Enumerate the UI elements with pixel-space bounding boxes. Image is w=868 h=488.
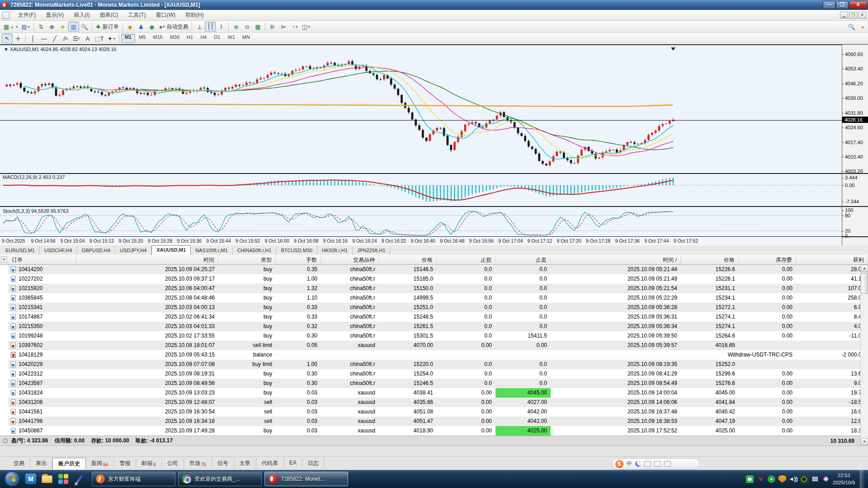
menu-item-5[interactable]: 窗口(W)	[151, 10, 180, 20]
column-header-10[interactable]: 库存费	[739, 255, 796, 264]
column-header-7[interactable]: 止盈	[495, 255, 551, 264]
ime-settings-icon[interactable]	[664, 461, 671, 467]
chart-tab-hk50ftrh1[interactable]: HK50ft.r,H1	[317, 246, 353, 255]
menu-item-6[interactable]: 帮助(H)	[180, 10, 209, 20]
arrange-1-button[interactable]: ⊪	[267, 22, 278, 32]
task-button-mt4[interactable]: 7285822: Monet...	[264, 472, 348, 486]
taskbar-clock[interactable]: 22:53 2025/10/9	[833, 472, 855, 487]
quicklaunch-mt-icon[interactable]: M	[24, 472, 38, 486]
chart-tab-btcusdm30[interactable]: BTCUSD,M30	[276, 246, 317, 255]
timeframe-m15[interactable]: M15	[149, 34, 166, 43]
mdi-restore-button[interactable]: ❐	[849, 12, 857, 19]
ime-lang-toggle[interactable]: 中	[627, 460, 632, 468]
channel-tool-button[interactable]: ⫽E	[60, 33, 71, 43]
scroll-down-icon[interactable]: ▼	[861, 438, 868, 446]
crosshair-target-button[interactable]: ⊕	[47, 22, 57, 32]
refresh-button[interactable]: ⇅	[36, 22, 47, 32]
column-header-2[interactable]: 类型	[218, 255, 276, 264]
label-tool-button[interactable]: ⬚T	[93, 33, 106, 43]
pane-separator[interactable]	[842, 236, 868, 237]
history-row-10423587[interactable]: 104235872025.10.09 08:49:56buy0.30china5…	[8, 379, 868, 388]
search-button[interactable]: 🔍	[846, 22, 857, 32]
history-row-10431824[interactable]: 104318242025.10.09 13:03:23buy0.03xauusd…	[8, 388, 868, 398]
history-row-10418129[interactable]: 104181292025.10.09 05:43:15balanceWithdr…	[8, 350, 868, 360]
chart-area[interactable]: ▼ XAUUSD,M1 4024.85 4028.82 4024.13 4028…	[0, 44, 868, 245]
zoom-out-button[interactable]: ⊖	[241, 22, 252, 32]
shapes-tool-button[interactable]: ✦▾	[106, 33, 117, 43]
line-chart-button[interactable]: ⌇	[216, 22, 226, 32]
scroll-up-icon[interactable]: ▲	[861, 265, 868, 272]
price-axis[interactable]: 4060.604053.404046.204039.004031.804024.…	[842, 45, 868, 245]
mdi-close-button[interactable]: ✕	[858, 12, 866, 19]
terminal-tab-EA[interactable]: EA	[284, 458, 302, 468]
ime-keyboard-icon[interactable]	[644, 461, 651, 467]
history-row-10365845[interactable]: 103658452025.10.08 04:48:46buy1.10china5…	[8, 293, 868, 303]
history-row-10215920[interactable]: 102159202025.10.06 04:00:47buy1.32china5…	[8, 284, 868, 293]
timeframe-h4[interactable]: H4	[197, 34, 210, 43]
terminal-tab-信号[interactable]: 信号	[212, 458, 234, 469]
column-header-11[interactable]: 获利	[796, 255, 868, 264]
history-row-10422312[interactable]: 104223122025.10.09 08:19:31buy0.30china5…	[8, 369, 868, 379]
menu-item-1[interactable]: 显示(V)	[41, 10, 69, 20]
timeframe-d1[interactable]: D1	[210, 34, 224, 43]
terminal-close-icon[interactable]: ×	[1, 256, 7, 263]
terminal-tab-日志[interactable]: 日志	[302, 458, 325, 469]
zoom-in-button[interactable]: ⊕	[231, 22, 241, 32]
terminal-tab-邮箱[interactable]: 邮箱6	[136, 458, 162, 469]
quicklaunch-pen-icon[interactable]	[73, 472, 86, 486]
column-header-1[interactable]: 时间	[76, 255, 218, 264]
timeframe-m5[interactable]: M5	[135, 34, 149, 43]
favorites-button[interactable]: ★	[57, 22, 68, 32]
terminal-tab-新闻[interactable]: 新闻54	[86, 458, 114, 469]
column-header-4[interactable]: 交易品种	[321, 255, 379, 264]
minimize-button[interactable]: —	[823, 1, 835, 9]
fibonacci-tool-button[interactable]: ☰F	[71, 33, 82, 43]
column-header-9[interactable]: 价格	[681, 255, 739, 264]
terminal-tab-交易[interactable]: 交易	[8, 458, 30, 469]
arrange-2-button[interactable]: ⊨	[278, 22, 289, 32]
network-tray-icon[interactable]	[811, 475, 819, 483]
history-center-button[interactable]: ◆	[125, 22, 136, 32]
chart-tab-xauusdm1[interactable]: XAUUSD,M1	[151, 245, 191, 255]
terminal-tab-市场[interactable]: 市场75	[184, 458, 212, 469]
history-row-10414200[interactable]: 104142002025.10.09 04:25:27buy0.35china5…	[8, 265, 868, 274]
data-window-button[interactable]: 🔍	[79, 22, 90, 32]
chart-tab-gbpusdh4[interactable]: GBPUSD,H4	[77, 246, 116, 255]
timeframe-m1[interactable]: M1	[121, 34, 135, 43]
timeframe-w1[interactable]: W1	[224, 34, 239, 43]
show-desktop-button[interactable]	[860, 470, 864, 488]
history-row-10215350[interactable]: 102153502025.10.03 04:01:33buy0.32china5…	[8, 322, 868, 331]
chart-tab-usdjpyh4[interactable]: USDJPY,H4	[115, 246, 151, 255]
horizontal-line-tool-button[interactable]: —	[38, 33, 49, 43]
crosshair-tool-button[interactable]: ✛	[13, 33, 24, 43]
history-row-10420229[interactable]: 104202292025.10.09 07:07:08buy limit1.00…	[8, 360, 868, 369]
history-row-10397602[interactable]: 103976022025.10.08 18:01:07sell limit0.0…	[8, 341, 868, 350]
new-order-button[interactable]: ✚新订单	[94, 22, 121, 32]
quicklaunch-explorer-icon[interactable]	[40, 472, 54, 486]
signals-button[interactable]: ◉	[146, 22, 157, 32]
terminal-tab-账户历史[interactable]: 账户历史	[52, 458, 86, 469]
terminal-tab-警报[interactable]: 警报	[114, 458, 136, 469]
chart-tab-nas100ftrm1[interactable]: NAS100ft.r,M1	[191, 246, 233, 255]
chart-tab-jpn225fth1[interactable]: JPN225ft,H1	[353, 246, 390, 255]
ime-moon-icon[interactable]	[635, 461, 641, 467]
terminal-tab-公司[interactable]: 公司	[162, 458, 184, 469]
history-row-10174867[interactable]: 101748672025.10.02 06:41:34buy0.33china5…	[8, 312, 868, 322]
task-button-chrome[interactable]: 受欢迎的交易商_...	[178, 472, 262, 486]
security-shield-tray-icon[interactable]	[778, 475, 786, 483]
quicklaunch-app-grid-icon[interactable]	[57, 472, 70, 486]
mdi-minimize-button[interactable]: ▁	[840, 12, 848, 19]
autotrading-button[interactable]: ●●自动交易	[157, 22, 190, 32]
menu-item-0[interactable]: 文件(F)	[13, 10, 41, 20]
terminal-tab-文章[interactable]: 文章	[234, 458, 256, 469]
history-row-10441561[interactable]: 104415612025.10.09 16:30:54sell0.03xauus…	[8, 407, 868, 417]
new-chart-button[interactable]: ▦＋▾	[2, 22, 19, 32]
column-header-3[interactable]: 手数	[276, 255, 321, 264]
timeframe-m30[interactable]: M30	[166, 34, 183, 43]
nvidia-tray-icon[interactable]	[800, 475, 808, 483]
terminal-tab-展示[interactable]: 展示	[30, 458, 52, 469]
menu-item-2[interactable]: 插入(I)	[69, 10, 94, 20]
chart-tab-usdchfh4[interactable]: USDCHF,H4	[40, 246, 77, 255]
maximize-button[interactable]: ❐	[836, 1, 849, 9]
wechat-tray-icon[interactable]	[746, 475, 754, 483]
